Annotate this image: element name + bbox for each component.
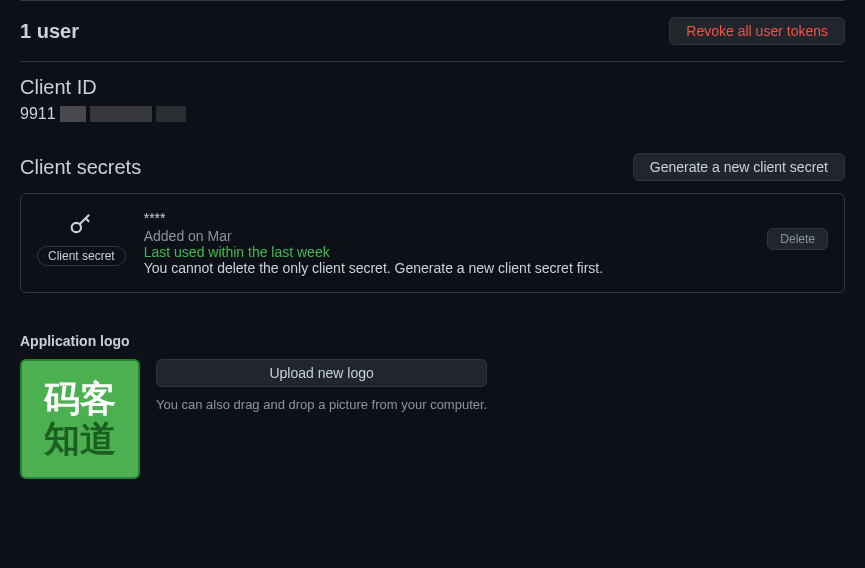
client-id-prefix: 9911 bbox=[20, 105, 56, 123]
secret-added-on: Added on Mar bbox=[144, 228, 750, 244]
delete-secret-button[interactable]: Delete bbox=[767, 228, 828, 250]
secret-icon-column: Client secret bbox=[37, 210, 126, 266]
logo-text-line-2: 知道 bbox=[44, 419, 116, 459]
redacted-segment bbox=[60, 106, 86, 122]
user-count: 1 user bbox=[20, 20, 79, 43]
logo-preview[interactable]: 码客 知道 bbox=[20, 359, 140, 479]
client-id-value: 9911 bbox=[20, 105, 845, 123]
revoke-all-tokens-button[interactable]: Revoke all user tokens bbox=[669, 17, 845, 45]
key-icon bbox=[67, 210, 95, 238]
secret-delete-wrap: Delete bbox=[767, 228, 828, 250]
secret-delete-warning: You cannot delete the only client secret… bbox=[144, 260, 750, 276]
client-secrets-title: Client secrets bbox=[20, 156, 141, 179]
redacted-segment bbox=[90, 106, 152, 122]
logo-actions: Upload new logo You can also drag and dr… bbox=[156, 359, 487, 412]
client-secret-card: Client secret **** Added on Mar Last use… bbox=[20, 193, 845, 293]
users-row: 1 user Revoke all user tokens bbox=[20, 1, 845, 61]
logo-text-line-1: 码客 bbox=[44, 379, 116, 419]
secret-masked-value: **** bbox=[144, 210, 750, 226]
secret-last-used: Last used within the last week bbox=[144, 244, 750, 260]
application-logo-label: Application logo bbox=[20, 333, 845, 349]
upload-logo-button[interactable]: Upload new logo bbox=[156, 359, 487, 387]
generate-client-secret-button[interactable]: Generate a new client secret bbox=[633, 153, 845, 181]
redacted-segment bbox=[156, 106, 186, 122]
client-secret-pill: Client secret bbox=[37, 246, 126, 266]
client-secrets-header: Client secrets Generate a new client sec… bbox=[20, 153, 845, 181]
client-id-title: Client ID bbox=[20, 76, 845, 99]
svg-point-0 bbox=[72, 223, 81, 232]
drag-drop-hint: You can also drag and drop a picture fro… bbox=[156, 397, 487, 412]
divider-users bbox=[20, 61, 845, 62]
secret-body: **** Added on Mar Last used within the l… bbox=[144, 210, 750, 276]
logo-row: 码客 知道 Upload new logo You can also drag … bbox=[20, 359, 845, 479]
